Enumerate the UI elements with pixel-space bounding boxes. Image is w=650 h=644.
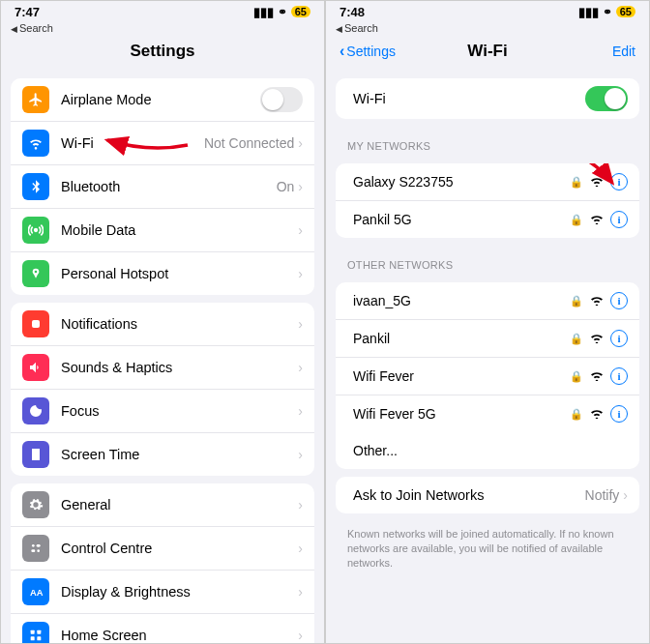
svg-point-0 — [35, 229, 38, 232]
info-icon[interactable]: i — [610, 330, 628, 347]
row-label: Airplane Mode — [61, 92, 260, 107]
status-bar: 7:47 ▮▮▮ ⚭ 65 — [1, 1, 324, 22]
battery-badge: 65 — [291, 6, 310, 17]
airplane-toggle[interactable] — [260, 87, 303, 112]
back-search[interactable]: ◀Search — [326, 22, 649, 36]
network-row[interactable]: ivaan_5G🔒i — [336, 282, 639, 320]
svg-rect-1 — [32, 320, 40, 328]
row-label: Home Screen — [61, 628, 298, 643]
row-notifications[interactable]: Notifications› — [11, 303, 314, 346]
row-controlcentre[interactable]: Control Centre› — [11, 527, 314, 571]
status-bar: 7:48 ▮▮▮ ⚭ 65 — [326, 1, 649, 22]
chevron-right-icon: › — [298, 222, 303, 238]
lock-icon: 🔒 — [570, 214, 583, 226]
ask-join-label: Ask to Join Networks — [347, 487, 585, 503]
row-general[interactable]: General› — [11, 483, 314, 527]
info-icon[interactable]: i — [610, 292, 628, 309]
signal-icon: ▮▮▮ — [578, 5, 599, 19]
row-display[interactable]: AADisplay & Brightness› — [11, 571, 314, 614]
status-time: 7:47 — [15, 5, 40, 19]
group-ask-join: Ask to Join Networks Notify › — [336, 477, 639, 513]
network-row[interactable]: Wifi Fever🔒i — [336, 358, 639, 395]
row-homescreen[interactable]: Home Screen› — [11, 614, 314, 643]
back-button[interactable]: ‹Settings — [340, 43, 407, 60]
wifi-toggle-label: Wi-Fi — [347, 91, 585, 106]
row-label: Mobile Data — [61, 222, 298, 238]
chevron-right-icon: › — [298, 541, 303, 556]
svg-rect-3 — [37, 544, 41, 547]
chevron-right-icon: › — [298, 497, 303, 512]
focus-icon — [22, 397, 49, 424]
signal-icon: ▮▮▮ — [253, 5, 274, 19]
row-wifi[interactable]: Wi-FiNot Connected› — [11, 122, 314, 165]
header-my-networks: My Networks — [326, 127, 649, 156]
row-screentime[interactable]: Screen Time› — [11, 433, 314, 476]
chevron-right-icon: › — [298, 316, 303, 332]
footer-note: Known networks will be joined automatica… — [326, 521, 649, 582]
row-ask-join[interactable]: Ask to Join Networks Notify › — [336, 477, 639, 513]
notifications-icon — [22, 310, 49, 337]
lock-icon: 🔒 — [570, 370, 583, 383]
network-row[interactable]: Pankil 5G🔒i — [336, 201, 639, 238]
chevron-right-icon: › — [298, 628, 303, 643]
hotspot-icon — [22, 260, 49, 287]
mobiledata-icon — [22, 217, 49, 244]
row-wifi-toggle[interactable]: Wi-Fi — [336, 78, 639, 119]
row-value: On — [277, 179, 295, 194]
svg-rect-9 — [31, 636, 35, 640]
info-icon[interactable]: i — [610, 367, 628, 385]
row-sounds[interactable]: Sounds & Haptics› — [11, 346, 314, 390]
phone-wifi: 7:48 ▮▮▮ ⚭ 65 ◀Search ‹Settings Wi-Fi Ed… — [325, 0, 650, 644]
svg-rect-4 — [31, 549, 35, 552]
info-icon[interactable]: i — [610, 211, 628, 228]
network-row[interactable]: Galaxy S223755🔒i — [336, 163, 639, 201]
network-name: ivaan_5G — [347, 293, 570, 308]
group-general: General›Control Centre›AADisplay & Brigh… — [11, 483, 314, 643]
row-value: Not Connected — [204, 135, 294, 151]
bluetooth-icon — [22, 173, 49, 200]
screentime-icon — [22, 441, 49, 468]
row-focus[interactable]: Focus› — [11, 390, 314, 433]
row-label: General — [61, 497, 298, 512]
airplane-icon — [22, 86, 49, 113]
row-airplane[interactable]: Airplane Mode — [11, 78, 314, 122]
info-icon[interactable]: i — [610, 405, 628, 423]
row-bluetooth[interactable]: BluetoothOn› — [11, 165, 314, 209]
wifi-toggle[interactable] — [585, 86, 628, 111]
chevron-right-icon: › — [298, 266, 303, 281]
row-other[interactable]: Other... — [336, 432, 639, 469]
row-label: Personal Hotspot — [61, 266, 298, 281]
chevron-left-icon: ‹ — [340, 43, 344, 59]
page-title: Settings — [82, 42, 243, 61]
chevron-left-icon: ◀ — [11, 24, 17, 34]
row-label: Bluetooth — [61, 179, 277, 194]
nav-bar: Settings — [1, 36, 324, 71]
general-icon — [22, 491, 49, 518]
status-time: 7:48 — [340, 5, 365, 19]
row-hotspot[interactable]: Personal Hotspot› — [11, 252, 314, 295]
info-icon[interactable]: i — [610, 173, 628, 190]
group-connectivity: Airplane ModeWi-FiNot Connected›Bluetoot… — [11, 78, 314, 295]
group-my-networks: Galaxy S223755🔒iPankil 5G🔒i — [336, 163, 639, 238]
back-search[interactable]: ◀Search — [1, 22, 324, 36]
network-row[interactable]: Wifi Fever 5G🔒i — [336, 395, 639, 432]
group-wifi-toggle: Wi-Fi — [336, 78, 639, 119]
controlcentre-icon — [22, 535, 49, 562]
page-title: Wi-Fi — [407, 42, 568, 61]
display-icon: AA — [22, 578, 49, 605]
edit-button[interactable]: Edit — [568, 44, 635, 59]
row-label: Sounds & Haptics — [61, 360, 298, 375]
wifi-signal-icon — [589, 332, 605, 346]
svg-rect-8 — [37, 630, 41, 634]
chevron-right-icon: › — [298, 403, 303, 419]
network-name: Wifi Fever — [347, 368, 570, 384]
phone-settings: 7:47 ▮▮▮ ⚭ 65 ◀Search Settings Airplane … — [0, 0, 325, 644]
svg-point-2 — [32, 544, 35, 547]
lock-icon: 🔒 — [570, 333, 583, 345]
chevron-right-icon: › — [298, 179, 303, 194]
row-mobiledata[interactable]: Mobile Data› — [11, 209, 314, 252]
row-label: Wi-Fi — [61, 135, 204, 151]
wifi-signal-icon — [589, 294, 605, 308]
network-row[interactable]: Pankil🔒i — [336, 320, 639, 358]
sounds-icon — [22, 354, 49, 381]
